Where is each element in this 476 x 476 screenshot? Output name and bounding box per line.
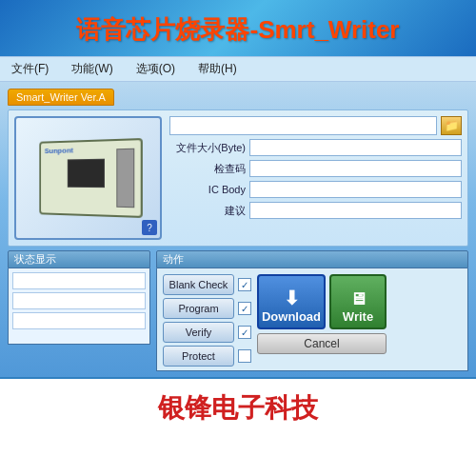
file-path-row: 📁: [169, 116, 462, 135]
company-bar: 银锋电子科技: [0, 377, 476, 434]
tab-strip: Smart_Writer Ver.A: [8, 88, 468, 106]
operation-buttons: Blank Check ✓ Program ✓ Verify ✓ Protect: [163, 274, 251, 367]
menu-bar: 文件(F) 功能(W) 选项(O) 帮助(H): [0, 56, 476, 82]
title-bar: 语音芯片烧录器-Smrt_Writer: [0, 0, 476, 56]
status-panel-body: [8, 268, 150, 345]
folder-icon: 📁: [445, 119, 459, 132]
protect-row: Protect: [163, 346, 251, 367]
menu-function[interactable]: 功能(W): [68, 60, 116, 78]
status-panel: 状态显示: [8, 250, 150, 371]
protect-checkbox[interactable]: [238, 349, 251, 363]
action-right: ⬇ Download 🖥 Write Cancel: [257, 274, 387, 367]
suggestion-row: 建议: [169, 202, 462, 219]
file-size-row: 文件大小(Byte): [169, 139, 462, 156]
folder-button[interactable]: 📁: [441, 116, 462, 135]
tab-smart-writer[interactable]: Smart_Writer Ver.A: [8, 89, 114, 106]
device-badge: ?: [142, 220, 157, 235]
main-area: Smart_Writer Ver.A 银中 Sunpont ? 📁: [0, 82, 476, 377]
status-line-1: [12, 272, 146, 289]
program-row: Program ✓: [163, 298, 251, 319]
blank-check-checkbox[interactable]: ✓: [238, 278, 251, 291]
write-button[interactable]: 🖥 Write: [329, 274, 387, 329]
bottom-row: 状态显示 动作 Blank Check ✓ Program: [8, 250, 468, 371]
checksum-label: 检查码: [169, 162, 246, 176]
app-title: 语音芯片烧录器-Smrt_Writer: [0, 13, 476, 47]
menu-options[interactable]: 选项(O): [132, 60, 179, 78]
blank-check-row: Blank Check ✓: [163, 274, 251, 295]
action-panel: 动作 Blank Check ✓ Program ✓ Verify ✓: [156, 250, 468, 371]
inner-panel: 银中 Sunpont ? 📁 文件大小(Byte): [8, 109, 468, 247]
program-button[interactable]: Program: [163, 298, 234, 319]
action-panel-title: 动作: [156, 250, 468, 268]
blank-check-button[interactable]: Blank Check: [163, 274, 234, 295]
suggestion-label: 建议: [169, 204, 246, 218]
big-buttons-row: ⬇ Download 🖥 Write: [257, 274, 387, 329]
download-label: Download: [262, 309, 321, 324]
menu-help[interactable]: 帮助(H): [194, 60, 241, 78]
action-panel-body: Blank Check ✓ Program ✓ Verify ✓ Protect: [156, 268, 468, 371]
status-line-2: [12, 292, 146, 309]
cancel-button[interactable]: Cancel: [257, 333, 387, 354]
company-name: 银锋电子科技: [158, 393, 318, 423]
download-button[interactable]: ⬇ Download: [257, 274, 326, 329]
board-chip: [67, 159, 104, 188]
ic-body-input[interactable]: [249, 181, 462, 198]
verify-row: Verify ✓: [163, 322, 251, 343]
verify-button[interactable]: Verify: [163, 322, 234, 343]
info-panel: 📁 文件大小(Byte) 检查码 IC Body 建议: [169, 116, 462, 240]
suggestion-input[interactable]: [249, 202, 462, 219]
write-icon: 🖥: [349, 290, 367, 307]
board-connector: [116, 149, 134, 208]
file-path-input[interactable]: [169, 116, 437, 135]
checksum-input[interactable]: [249, 160, 462, 177]
ic-body-row: IC Body: [169, 181, 462, 198]
program-checkbox[interactable]: ✓: [238, 302, 251, 315]
status-line-3: [12, 312, 146, 329]
verify-checkbox[interactable]: ✓: [238, 326, 251, 339]
checksum-row: 检查码: [169, 160, 462, 177]
download-icon: ⬇: [284, 288, 300, 307]
device-image: 银中 Sunpont: [16, 118, 160, 238]
board-logo: Sunpont: [44, 146, 72, 155]
device-board: Sunpont: [39, 138, 143, 218]
protect-button[interactable]: Protect: [163, 346, 234, 367]
write-label: Write: [343, 309, 373, 324]
status-panel-title: 状态显示: [8, 250, 150, 268]
device-area: 银中 Sunpont ?: [14, 116, 162, 240]
menu-file[interactable]: 文件(F): [8, 60, 52, 78]
file-size-input[interactable]: [249, 139, 462, 156]
ic-body-label: IC Body: [169, 184, 246, 195]
file-size-label: 文件大小(Byte): [169, 141, 246, 155]
